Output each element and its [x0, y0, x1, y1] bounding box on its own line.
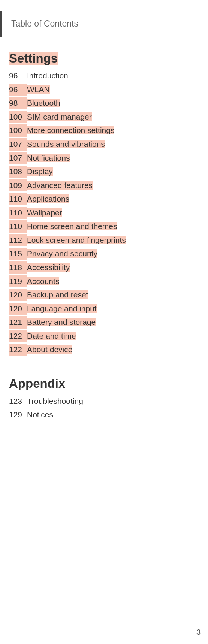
toc-entry-title: More connection settings	[27, 126, 114, 134]
toc-entry-title: Accessibility	[27, 263, 70, 272]
toc-entry-title: Bluetooth	[27, 99, 60, 107]
toc-entry-title-wrap: Battery and storage	[27, 316, 96, 329]
toc-entry-title: Notifications	[27, 154, 70, 162]
toc-entry-title-wrap: Troubleshooting	[27, 395, 83, 408]
toc-entry-title: Introduction	[27, 71, 68, 80]
toc-entry-page: 129	[9, 409, 27, 421]
toc-entry-page: 123	[9, 395, 27, 408]
toc-entry-title-wrap: Backup and reset	[27, 289, 88, 301]
toc-entry-title: Privacy and security	[27, 249, 97, 258]
toc-entry-title: Troubleshooting	[27, 397, 83, 405]
toc-entry-title-wrap: Accounts	[27, 275, 59, 288]
toc-entry-title-wrap: Home screen and themes	[27, 220, 117, 233]
toc-entry[interactable]: 120Language and input	[9, 303, 196, 315]
toc-entry-title: WLAN	[27, 85, 50, 94]
toc-section: Settings96Introduction96WLAN98Bluetooth1…	[9, 49, 196, 356]
toc-entry-page: 118	[9, 261, 27, 274]
toc-entry-title-wrap: Display	[27, 166, 53, 178]
section-heading[interactable]: Settings	[9, 52, 58, 65]
toc-entry-title: Sounds and vibrations	[27, 140, 105, 148]
toc-entry-title-wrap: Bluetooth	[27, 97, 60, 109]
toc-entry-page: 100	[9, 124, 27, 137]
toc-section: Appendix123Troubleshooting129Notices	[9, 377, 196, 421]
toc-entry-title: Backup and reset	[27, 290, 88, 299]
toc-entry[interactable]: 100More connection settings	[9, 124, 196, 137]
toc-entry-title-wrap: WLAN	[27, 84, 50, 96]
toc-entry[interactable]: 96WLAN	[9, 84, 196, 96]
toc-entry-title: Battery and storage	[27, 318, 96, 326]
toc-entry-title-wrap: Language and input	[27, 303, 97, 315]
toc-content: Settings96Introduction96WLAN98Bluetooth1…	[9, 49, 196, 442]
toc-entry-title-wrap: Lock screen and fingerprints	[27, 234, 126, 247]
toc-entry[interactable]: 107Sounds and vibrations	[9, 138, 196, 151]
toc-entry-page: 96	[9, 70, 27, 82]
toc-entry-page: 121	[9, 316, 27, 329]
toc-entry-title-wrap: SIM card manager	[27, 111, 92, 123]
toc-entry-title-wrap: Privacy and security	[27, 248, 97, 260]
toc-entry-title-wrap: Introduction	[27, 70, 68, 82]
toc-entry-title-wrap: Accessibility	[27, 261, 70, 274]
header-accent-bar	[0, 11, 2, 37]
page-number: 3	[196, 628, 201, 637]
toc-entry[interactable]: 109Advanced features	[9, 179, 196, 192]
toc-entry-page: 120	[9, 303, 27, 315]
toc-entry-page: 112	[9, 234, 27, 247]
toc-entry-page: 119	[9, 275, 27, 288]
toc-entry[interactable]: 120Backup and reset	[9, 289, 196, 301]
toc-entry-title: SIM card manager	[27, 112, 92, 121]
toc-entry[interactable]: 121Battery and storage	[9, 316, 196, 329]
toc-entry[interactable]: 129Notices	[9, 409, 196, 421]
toc-entry-title: Advanced features	[27, 181, 93, 190]
toc-entry-page: 110	[9, 207, 27, 219]
toc-entry-page: 108	[9, 166, 27, 178]
toc-entry-page: 110	[9, 193, 27, 205]
toc-entry[interactable]: 110Applications	[9, 193, 196, 205]
toc-entry-page: 122	[9, 344, 27, 356]
toc-entry-title: Notices	[27, 410, 53, 419]
toc-entry-title: Wallpaper	[27, 208, 62, 217]
toc-entry[interactable]: 123Troubleshooting	[9, 395, 196, 408]
toc-entry-title: Lock screen and fingerprints	[27, 236, 126, 244]
toc-entry-page: 107	[9, 152, 27, 164]
toc-entry-page: 98	[9, 97, 27, 109]
toc-entry-title: About device	[27, 345, 72, 354]
toc-entry[interactable]: 100SIM card manager	[9, 111, 196, 123]
toc-entry[interactable]: 98Bluetooth	[9, 97, 196, 109]
toc-entry[interactable]: 122Date and time	[9, 330, 196, 342]
toc-entry-title-wrap: Date and time	[27, 330, 76, 342]
toc-entry-title: Language and input	[27, 304, 97, 313]
toc-entry[interactable]: 107Notifications	[9, 152, 196, 164]
toc-entry-title: Applications	[27, 194, 69, 203]
toc-entry-title-wrap: More connection settings	[27, 124, 114, 137]
toc-entry[interactable]: 112Lock screen and fingerprints	[9, 234, 196, 247]
toc-entry-page: 122	[9, 330, 27, 342]
toc-entry[interactable]: 108Display	[9, 166, 196, 178]
toc-entry-title-wrap: Wallpaper	[27, 207, 62, 219]
toc-entry-page: 115	[9, 248, 27, 260]
toc-entry-page: 96	[9, 84, 27, 96]
toc-entry[interactable]: 110Home screen and themes	[9, 220, 196, 233]
toc-entry-title: Home screen and themes	[27, 222, 117, 230]
toc-entry-page: 109	[9, 179, 27, 192]
toc-entry-page: 100	[9, 111, 27, 123]
toc-entry-title-wrap: Advanced features	[27, 179, 93, 192]
toc-entry-title-wrap: About device	[27, 344, 72, 356]
toc-entry-page: 110	[9, 220, 27, 233]
page-header-title: Table of Contents	[11, 19, 78, 29]
toc-entry[interactable]: 122About device	[9, 344, 196, 356]
toc-entry-title: Display	[27, 167, 53, 176]
toc-entry[interactable]: 96Introduction	[9, 70, 196, 82]
toc-entry-page: 120	[9, 289, 27, 301]
section-heading[interactable]: Appendix	[9, 377, 196, 391]
toc-entry-title-wrap: Applications	[27, 193, 69, 205]
toc-entry-title-wrap: Notifications	[27, 152, 70, 164]
toc-entry-title: Accounts	[27, 277, 59, 285]
toc-entry[interactable]: 118Accessibility	[9, 261, 196, 274]
toc-entry-title-wrap: Notices	[27, 409, 53, 421]
toc-entry-title: Date and time	[27, 332, 76, 340]
toc-entry-page: 107	[9, 138, 27, 151]
toc-entry[interactable]: 119Accounts	[9, 275, 196, 288]
toc-entry[interactable]: 110Wallpaper	[9, 207, 196, 219]
toc-entry[interactable]: 115Privacy and security	[9, 248, 196, 260]
toc-entry-title-wrap: Sounds and vibrations	[27, 138, 105, 151]
